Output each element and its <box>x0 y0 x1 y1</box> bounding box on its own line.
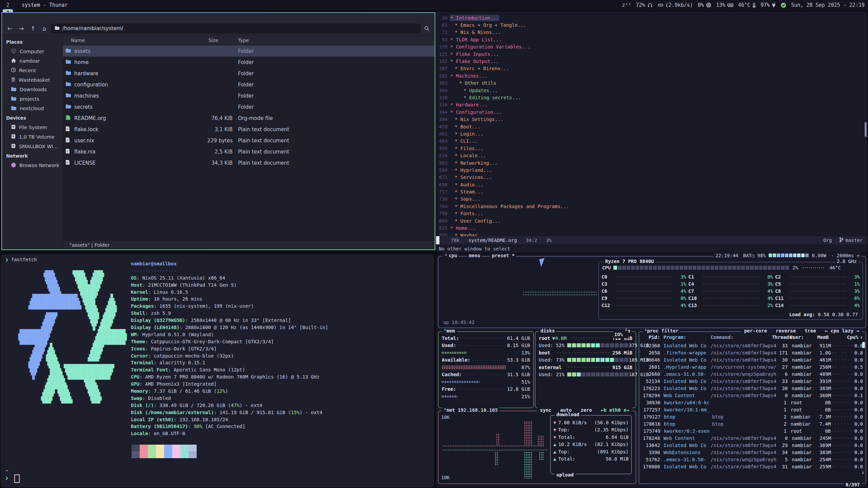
sidebar-item[interactable]: Wastebasket <box>2 75 62 85</box>
proc-row[interactable]: 179127 btop btop 2 nambiar 7.3M ········… <box>642 413 863 420</box>
org-heading-line[interactable]: 825 * Home... <box>436 224 865 231</box>
sidebar-item[interactable]: 1,0 TB Volume <box>2 132 62 142</box>
proc-row[interactable]: 178294 Web Content /nix/store/sm8fmrf3wp… <box>642 392 863 399</box>
terminal-window[interactable]: ❯ fastfetch ▗▄▄▄ ▗▄▄▄▄ ▄▄▄▖ ▜███▙ ▜███▙ … <box>1 254 434 487</box>
proc-row[interactable]: 177257 kworker/10:1-mm_ 1 root 0B ······… <box>642 406 863 413</box>
tab-cpu[interactable]: ¹¹cpucpu <box>442 253 459 258</box>
org-heading-line[interactable]: 534 * Locale... <box>436 152 865 159</box>
preset-button[interactable]: preset * <box>490 253 516 258</box>
file-row[interactable]: LICENSE 34,3 KiB Plain text document <box>63 157 435 168</box>
org-buffer[interactable]: 34 * Introduction... 65 * Emacs + Org + … <box>436 14 865 239</box>
menu-item[interactable] <box>38 17 44 18</box>
up-button[interactable]: ↑ <box>28 24 38 33</box>
org-heading-line[interactable]: 584 * Hyprland... <box>436 166 865 174</box>
net-iface[interactable]: ←b eth0 n→ <box>599 407 631 413</box>
clock-module[interactable]: Sun, 28 Sep 2025 - 22:19 <box>791 2 865 8</box>
org-heading-line[interactable]: 563 * Networking... <box>436 159 865 166</box>
emacs-scrollbar[interactable] <box>865 122 867 137</box>
column-type[interactable]: Type <box>235 38 435 43</box>
file-row[interactable]: hardware Folder <box>63 68 435 79</box>
proc-row[interactable]: 176223 Isolated Web Co /nix/store/sm8fmr… <box>642 385 863 392</box>
file-row[interactable]: home Folder <box>63 57 435 68</box>
menu-item[interactable] <box>24 17 31 18</box>
column-name[interactable]: Name <box>63 38 205 43</box>
file-row[interactable]: machines Folder <box>63 90 435 101</box>
proc-scrollbar[interactable] <box>862 342 865 348</box>
sidebar-item[interactable]: Recent <box>2 66 62 75</box>
file-row[interactable]: secrets Folder <box>63 101 435 113</box>
proc-list[interactable]: 52368 Isolated Web Co /nix/store/sm8fmrf… <box>642 342 863 470</box>
proc-reverse[interactable]: reverse <box>774 328 797 333</box>
menu-item[interactable] <box>31 17 37 18</box>
proc-row[interactable]: 2601 .Hyprland-wrapp /run/current-system… <box>642 363 863 370</box>
proc-filter[interactable]: filter <box>662 328 679 333</box>
sidebar-item[interactable]: nextcloud <box>2 104 62 113</box>
sidebar-item[interactable]: Downloads <box>2 85 62 94</box>
proc-row[interactable]: 51762 .emacs-31.0.50- /nix/store/wnqz5pa… <box>642 456 863 463</box>
org-heading-line[interactable]: 717 * Steam... <box>436 188 865 195</box>
cpu-module[interactable]: 0% <box>698 2 711 8</box>
forward-button[interactable]: → <box>16 24 26 33</box>
proc-row[interactable]: 176646 Isolated Web Co /nix/store/sm8fmr… <box>642 356 863 363</box>
workspace-button[interactable]: 2 <box>3 1 13 9</box>
org-heading-line[interactable]: 799 * Fonts... <box>436 210 865 217</box>
sidebar-item[interactable]: Computer <box>2 47 62 56</box>
file-row[interactable]: README.org 76,4 KiB Org-mode file <box>63 113 435 124</box>
sidebar-item[interactable]: projects <box>2 94 62 104</box>
org-heading-line[interactable]: 736 * Sops... <box>436 196 865 203</box>
org-heading-line[interactable]: 344 * Configuration... <box>436 108 865 116</box>
proc-row[interactable]: 2658 .firefox-wrappe /nix/store/sm8fmrf3… <box>642 349 863 356</box>
org-heading-line[interactable]: 303 * Other Utils <box>436 80 865 87</box>
sidebar-item[interactable]: nambiar <box>2 56 62 66</box>
proc-row[interactable]: 3390 WebExtensions /nix/store/sm8fmrf3wp… <box>642 449 863 456</box>
network-module[interactable]: (2.9kb/s) <box>657 2 693 8</box>
org-heading-line[interactable]: 316 * Hardware... <box>436 101 865 108</box>
net-sync[interactable]: sync <box>538 407 553 413</box>
proc-row[interactable]: 52368 Isolated Web Co /nix/store/sm8fmrf… <box>642 342 863 349</box>
org-heading-line[interactable]: 764 * Miscellaneous Packages and Program… <box>436 203 865 210</box>
proc-tree[interactable]: tree <box>803 328 818 333</box>
menu-item[interactable] <box>4 17 10 18</box>
org-heading-line[interactable]: 310 * Editing secrets... <box>436 94 865 101</box>
proc-sort[interactable]: ← cpu lazy → <box>823 328 861 333</box>
proc-per-core[interactable]: per-core <box>743 328 769 333</box>
git-branch[interactable]: master <box>845 238 863 243</box>
org-heading-line[interactable]: 121 * Flake Inputs... <box>436 50 865 58</box>
memory-module[interactable]: 13% <box>716 2 733 8</box>
org-heading-line[interactable]: 499 * Files... <box>436 145 865 152</box>
org-heading-line[interactable]: 34 * Introduction... <box>436 14 865 21</box>
column-size[interactable]: Size <box>205 38 235 43</box>
menu-item[interactable] <box>11 17 17 18</box>
back-button[interactable]: ← <box>5 24 15 33</box>
status-check-icon[interactable] <box>781 2 786 8</box>
sidebar-item[interactable]: Browse Network <box>2 161 62 170</box>
menu-button[interactable]: menu <box>468 253 482 258</box>
proc-row[interactable]: 178248 Web Content /nix/store/sm8fmrf3wp… <box>642 434 863 442</box>
org-heading-line[interactable]: 809 * User Config... <box>436 217 865 224</box>
org-heading-line[interactable]: 384 * Nix Settings... <box>436 116 865 123</box>
file-row[interactable]: assets Folder <box>63 45 435 57</box>
proc-row[interactable]: 13642 Isolated Web Co /nix/store/sm8fmrf… <box>642 442 863 449</box>
sidebar-item[interactable]: File System <box>2 123 62 132</box>
volume-module[interactable]: 72% <box>636 2 653 8</box>
org-heading-line[interactable]: 428 * Boot... <box>436 123 865 130</box>
scroll-down-icon[interactable]: ↓ <box>862 469 864 475</box>
search-icon[interactable] <box>422 24 432 33</box>
home-button[interactable]: ⌂ <box>39 24 50 33</box>
org-heading-line[interactable]: 93 * TLDR App List... <box>436 36 865 43</box>
org-heading-line[interactable]: 698 * Audio... <box>436 181 865 188</box>
proc-row[interactable]: 52134 Isolated Web Co /nix/store/sm8fmrf… <box>642 378 863 385</box>
net-zero[interactable]: zero <box>579 407 594 413</box>
battery-module[interactable]: 97% <box>761 2 776 8</box>
proc-row[interactable]: 178616 btop btop 2 nambiar 7.4M ········… <box>642 420 863 427</box>
major-mode[interactable]: Org <box>823 238 832 243</box>
file-row[interactable]: flake.nix 2,5 KiB Plain text document <box>63 146 435 157</box>
menu-item[interactable] <box>18 17 24 18</box>
proc-row[interactable]: 176000 Isolated Web Co /nix/store/sm8fmr… <box>642 463 863 470</box>
org-heading-line[interactable]: 109 * Configuration Variables... <box>436 43 865 50</box>
org-heading-line[interactable]: 282 * Machines... <box>436 72 865 79</box>
sidebar-item[interactable]: SMALLBOX Wi... <box>2 142 62 151</box>
org-heading-line[interactable]: 671 * Services... <box>436 174 865 181</box>
org-heading-line[interactable]: 304 * Updates... <box>436 87 865 94</box>
org-heading-line[interactable]: 267 * Envrc + Direnv... <box>436 65 865 72</box>
